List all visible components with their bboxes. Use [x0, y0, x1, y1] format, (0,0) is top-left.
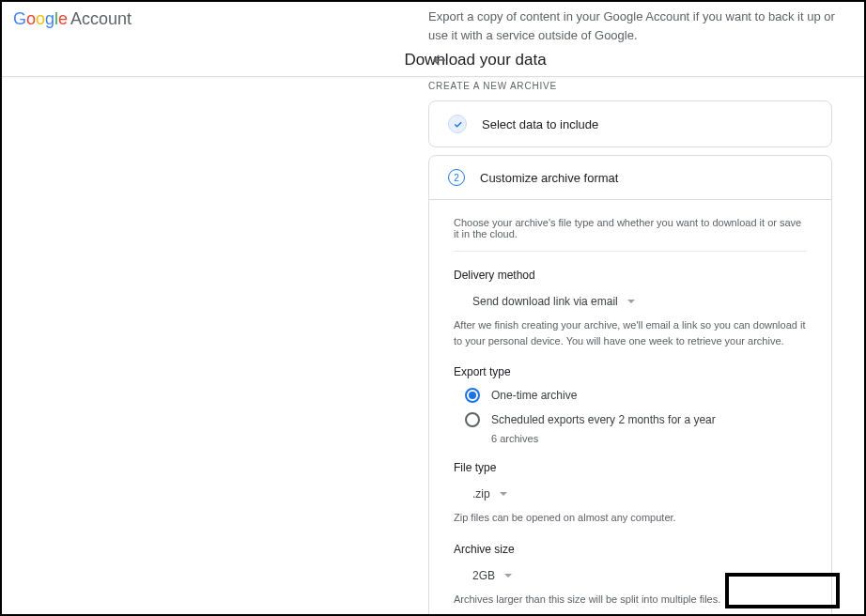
delivery-method-help: After we finish creating your archive, w…: [454, 317, 807, 348]
file-type-help: Zip files can be opened on almost any co…: [454, 510, 807, 526]
export-type-option-onetime[interactable]: One-time archive: [465, 388, 807, 403]
step-1-card[interactable]: Select data to include: [428, 100, 832, 147]
radio-unchecked-icon: [465, 412, 480, 427]
page-header: Download your data: [2, 43, 864, 77]
chevron-down-icon: [504, 574, 512, 578]
delivery-method-label: Delivery method: [454, 269, 807, 282]
check-icon: [448, 115, 467, 133]
file-type-select[interactable]: .zip: [467, 484, 513, 504]
export-type-option-scheduled[interactable]: Scheduled exports every 2 months for a y…: [465, 412, 807, 427]
step-2-title: Customize archive format: [480, 171, 618, 185]
back-arrow-icon[interactable]: [430, 51, 449, 69]
archive-size-help: Archives larger than this size will be s…: [454, 592, 807, 608]
file-type-label: File type: [454, 461, 807, 474]
intro-description: Export a copy of content in your Google …: [428, 8, 845, 44]
step-2-card: 2 Customize archive format Choose your a…: [428, 155, 832, 616]
page-title: Download your data: [404, 51, 546, 69]
brand-logo: GoogleAccount: [13, 9, 131, 29]
archive-size-label: Archive size: [454, 543, 807, 556]
chevron-down-icon: [627, 300, 635, 303]
section-label: CREATE A NEW ARCHIVE: [428, 81, 832, 91]
delivery-method-select[interactable]: Send download link via email: [467, 291, 641, 312]
radio-checked-icon: [465, 388, 480, 403]
step-1-title: Select data to include: [482, 117, 598, 131]
step-2-intro: Choose your archive's file type and whet…: [454, 200, 807, 252]
export-type-label: Export type: [454, 365, 807, 378]
scheduled-subnote: 6 archives: [491, 433, 807, 444]
archive-size-select[interactable]: 2GB: [467, 565, 518, 586]
step-2-number: 2: [448, 169, 465, 186]
chevron-down-icon: [500, 492, 507, 496]
